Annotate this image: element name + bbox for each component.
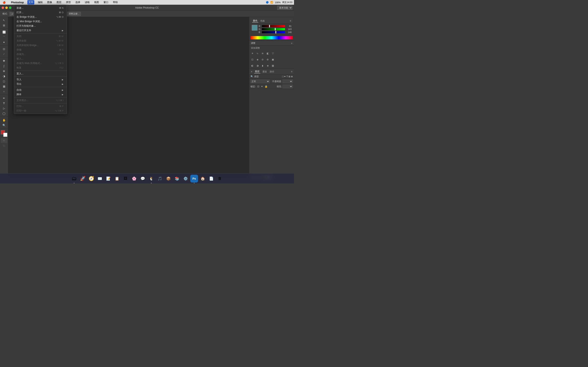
adj-invert[interactable]: ◑ [255,63,260,68]
background-color[interactable] [3,133,7,137]
app-name[interactable]: Photoshop [10,1,25,4]
fill-select[interactable] [283,85,293,88]
adj-vibrance[interactable]: ◈ [255,57,260,62]
adj-threshold[interactable]: ◧ [265,51,270,56]
layers-panel-menu-icon[interactable]: ≡ [251,70,252,73]
menu-recent[interactable]: 最近打开文件 ▶ [14,28,67,33]
tab-layers[interactable]: 图层 [254,70,260,73]
menu-mini-bridge[interactable]: 在 Mini Bridge 中浏览... [14,19,67,24]
adj-curves[interactable]: ∿ [255,51,260,56]
tool-pen[interactable]: ✒ [1,96,7,100]
tool-type[interactable]: T [1,101,7,106]
opacity-select[interactable] [283,80,293,83]
menu-place[interactable]: 置入... [14,71,67,76]
adj-photo-filter[interactable]: ⊛ [265,57,270,62]
menu-export[interactable]: 导出 ▶ [14,82,67,86]
dock-notes[interactable]: 📝 [104,175,112,183]
menu-help[interactable]: 帮助 [112,0,119,4]
lock-all-btn[interactable]: 🔒 [265,85,268,88]
adj-exposure[interactable]: ◐ [250,63,255,68]
tool-clone[interactable]: ⊕ [1,68,7,73]
tool-lasso[interactable]: ⌒ [1,35,7,40]
adj-levels[interactable]: ≋ [260,51,265,56]
dock-finder[interactable]: 🗂 [70,175,78,183]
maximize-button[interactable] [9,7,11,9]
apple-menu[interactable]: 🍎 [2,1,7,4]
tool-eyedropper[interactable]: ∕ [1,52,7,57]
b-slider[interactable] [262,31,285,33]
dock-mail[interactable]: ✉️ [96,175,104,183]
lock-position-btn[interactable]: ✦ [261,85,263,88]
tool-magic-wand[interactable]: ✦ [1,40,7,45]
tool-shape[interactable]: ◯ [1,111,7,116]
adj-posterize[interactable]: ◗ [260,63,265,68]
tab-color[interactable]: 颜色 [252,19,258,23]
tool-rect-select[interactable]: ⬜ [1,30,7,34]
tool-eraser[interactable]: ◻ [1,79,7,83]
color-swatch[interactable] [1,130,7,137]
dock-safari[interactable]: 🧭 [87,175,95,183]
layers-panel-options[interactable]: ≡ [291,70,292,73]
g-slider[interactable] [262,28,285,30]
dock-home[interactable]: 🏠 [199,175,207,183]
tab-swatches[interactable]: 色板 [259,19,266,23]
adj-channel-mixer[interactable]: ▣ [270,57,275,62]
menu-image[interactable]: 图像 [46,0,53,4]
menu-open-smart[interactable]: 打开为智能对象... [14,24,67,28]
tool-heal[interactable]: ✚ [1,58,7,63]
menu-scripts[interactable]: 脚本 ▶ [14,92,67,97]
menu-type[interactable]: 类型 [65,0,72,4]
tab-paths[interactable]: 路径 [269,70,275,73]
adj-color-balance[interactable]: ⊘ [260,57,265,62]
workspace-select[interactable]: 基本功能 [277,6,292,10]
tool-gradient[interactable]: ▦ [1,84,7,89]
dock-facetime[interactable]: 💬 [139,175,147,183]
tool-zoom[interactable]: 🔍 [1,123,7,128]
menu-bridge-browse[interactable]: 在 Bridge 中浏览... ⌥⌘ O [14,15,67,19]
tool-move[interactable]: ↖ [1,18,7,23]
menu-window[interactable]: 窗口 [103,0,109,4]
adj-selective-color[interactable]: ◈ [265,63,270,68]
dock-photos[interactable]: 🌸 [130,175,138,183]
tool-brush[interactable]: ∫ [1,63,7,68]
tool-dodge[interactable]: ○ [1,89,7,94]
r-slider[interactable] [262,25,285,27]
lock-pixels-btn[interactable]: ⊡ [257,85,259,88]
menu-new[interactable]: 新建... ⌘ N [14,6,67,10]
minimize-button[interactable] [5,7,8,9]
panel-menu-icon[interactable]: ≡ [290,19,291,22]
dock-launchpad[interactable]: 🚀 [79,175,86,183]
tab-channels[interactable]: 通道 [261,70,268,73]
menu-open[interactable]: 打开... ⌘ O [14,10,67,15]
dock-sysprefs[interactable]: ⚙️ [182,175,190,183]
menu-edit[interactable]: 编辑 [37,0,44,4]
color-spectrum[interactable] [251,36,293,39]
quick-mask-btn[interactable]: □ [1,138,7,143]
dock-pages[interactable]: 📄 [208,175,215,183]
menu-layer[interactable]: 图层 [56,0,62,4]
dock-appstore[interactable]: 📦 [164,175,172,183]
adj-hue[interactable]: ⊡ [250,57,255,62]
dock-reminders[interactable]: 📋 [113,175,121,183]
menu-view[interactable]: 视图 [93,0,100,4]
tool-crop[interactable]: ⊡ [1,47,7,51]
layer-mode-select[interactable]: 正常 [251,80,270,83]
menu-automate[interactable]: 自动 ▶ [14,88,67,92]
menu-file[interactable]: 文件 [27,0,34,4]
adj-pattern[interactable]: ▦ [270,63,275,68]
tool-artboard[interactable]: ⊞ [1,23,7,28]
dock-photos-gallery[interactable]: 🖼 [122,175,130,183]
adjustment-panel-menu[interactable]: ≡ [291,42,292,44]
adjust-edge-button[interactable]: 调整边缘... [67,12,81,16]
menu-select[interactable]: 选择 [74,0,81,4]
menu-filter[interactable]: 滤镜 [84,0,91,4]
screen-mode-btn[interactable]: ⬛ [1,143,7,148]
tool-history[interactable]: ◑ [1,74,7,78]
adj-gradient-map[interactable]: ▽ [270,51,275,56]
dock-music[interactable]: 🎵 [156,175,164,183]
dock-ibooks[interactable]: 📚 [173,175,181,183]
adj-brightness[interactable]: ☀ [250,51,255,56]
tool-path-select[interactable]: ▷ [1,106,7,111]
dock-trash[interactable]: 🗑 [216,175,224,183]
active-color-swatch[interactable] [252,25,258,31]
